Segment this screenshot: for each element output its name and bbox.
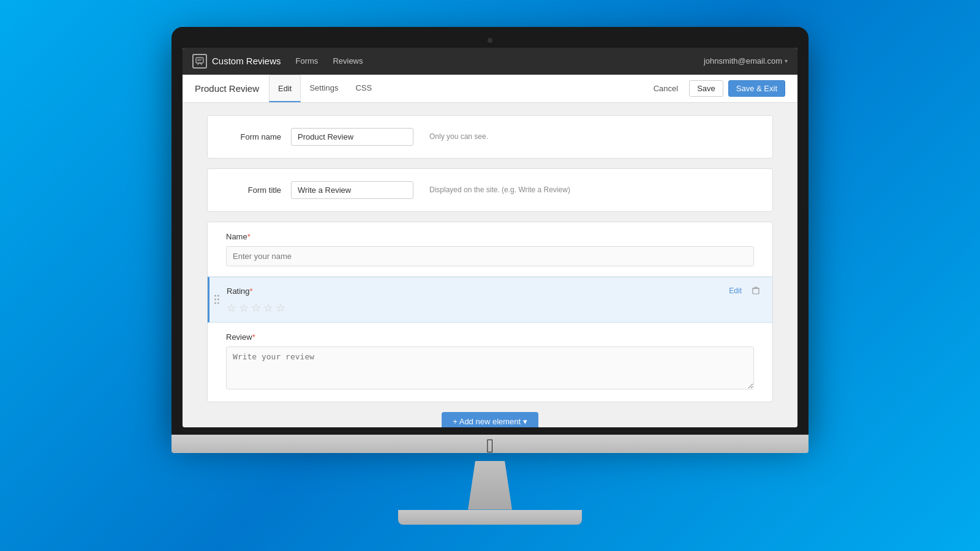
review-field-section: Review* xyxy=(208,323,772,402)
tab-edit[interactable]: Edit xyxy=(269,75,301,102)
save-button[interactable]: Save xyxy=(689,80,723,97)
review-required-star: * xyxy=(252,332,255,342)
name-field-section: Name* xyxy=(208,222,772,277)
imac-camera xyxy=(488,38,492,43)
nav-link-reviews[interactable]: Reviews xyxy=(333,56,363,66)
tab-settings[interactable]: Settings xyxy=(301,75,347,102)
imac-bezel-top xyxy=(183,38,797,43)
trash-icon xyxy=(752,286,760,294)
rating-field-label: Rating* xyxy=(227,287,253,296)
page-title: Product Review xyxy=(195,83,259,94)
nav-user-email: johnsmith@email.com xyxy=(704,56,782,66)
name-required-star: * xyxy=(247,232,251,241)
imac-screen-outer: Custom Reviews Forms Reviews johnsmith@e… xyxy=(172,27,809,435)
form-title-label: Form title xyxy=(226,186,281,195)
rating-header: Rating* Edit xyxy=(227,285,763,298)
sub-nav-actions: Cancel Save Save & Exit xyxy=(647,80,785,97)
nav-dropdown-arrow-icon: ▾ xyxy=(785,58,788,64)
imac-stand-base xyxy=(398,510,582,525)
rating-field-section: Rating* Edit xyxy=(208,277,772,323)
rating-edit-button[interactable]: Edit xyxy=(726,285,744,296)
review-field-textarea[interactable] xyxy=(226,347,754,389)
sub-nav-tabs: Edit Settings CSS xyxy=(269,75,380,102)
nav-user[interactable]: johnsmith@email.com ▾ xyxy=(704,56,788,66)
rating-stars[interactable]: ☆ ☆ ☆ ☆ ☆ xyxy=(227,301,763,315)
imac-wrapper: Custom Reviews Forms Reviews johnsmith@e… xyxy=(172,27,809,525)
star-1[interactable]: ☆ xyxy=(227,301,236,315)
app-chrome: Custom Reviews Forms Reviews johnsmith@e… xyxy=(183,48,797,427)
rating-delete-button[interactable] xyxy=(749,285,763,298)
add-element-row: + Add new element ▾ xyxy=(207,412,773,427)
form-title-card: Form title Displayed on the site. (e.g. … xyxy=(207,168,773,212)
star-5[interactable]: ☆ xyxy=(276,301,285,315)
imac-screen: Custom Reviews Forms Reviews johnsmith@e… xyxy=(183,48,797,427)
brand-icon xyxy=(192,54,207,69)
tab-css[interactable]: CSS xyxy=(347,75,380,102)
rating-required-star: * xyxy=(250,287,253,296)
form-name-label: Form name xyxy=(226,132,281,141)
svg-rect-3 xyxy=(753,288,759,294)
star-2[interactable]: ☆ xyxy=(239,301,249,315)
nav-links: Forms Reviews xyxy=(296,56,363,66)
form-title-input[interactable] xyxy=(291,181,413,199)
name-field-input[interactable] xyxy=(226,246,754,266)
add-element-button[interactable]: + Add new element ▾ xyxy=(442,412,538,427)
save-exit-button[interactable]: Save & Exit xyxy=(728,80,785,97)
sub-nav: Product Review Edit Settings CSS xyxy=(183,75,797,103)
name-field-label: Name* xyxy=(226,232,754,241)
fields-wrapper: Name* xyxy=(207,222,773,402)
form-title-hint: Displayed on the site. (e.g. Write a Rev… xyxy=(429,186,570,194)
review-field-label: Review* xyxy=(226,332,754,342)
form-name-row: Form name Only you can see. xyxy=(226,128,754,146)
nav-link-forms[interactable]: Forms xyxy=(296,56,318,66)
form-name-hint: Only you can see. xyxy=(429,132,488,141)
star-3[interactable]: ☆ xyxy=(251,301,261,315)
main-content: Form name Only you can see. Form title D… xyxy=(183,103,797,427)
nav-brand: Custom Reviews xyxy=(192,54,281,69)
nav-bar: Custom Reviews Forms Reviews johnsmith@e… xyxy=(183,48,797,75)
cancel-button[interactable]: Cancel xyxy=(647,81,684,96)
form-name-input[interactable] xyxy=(291,128,413,146)
form-title-row: Form title Displayed on the site. (e.g. … xyxy=(226,181,754,199)
drag-handle-icon[interactable] xyxy=(214,295,219,304)
brand-name: Custom Reviews xyxy=(212,56,281,66)
apple-logo-icon:  xyxy=(486,435,494,457)
rating-actions: Edit xyxy=(726,285,763,298)
imac-stand-neck xyxy=(453,461,527,510)
form-name-card: Form name Only you can see. xyxy=(207,115,773,159)
star-4[interactable]: ☆ xyxy=(263,301,273,315)
